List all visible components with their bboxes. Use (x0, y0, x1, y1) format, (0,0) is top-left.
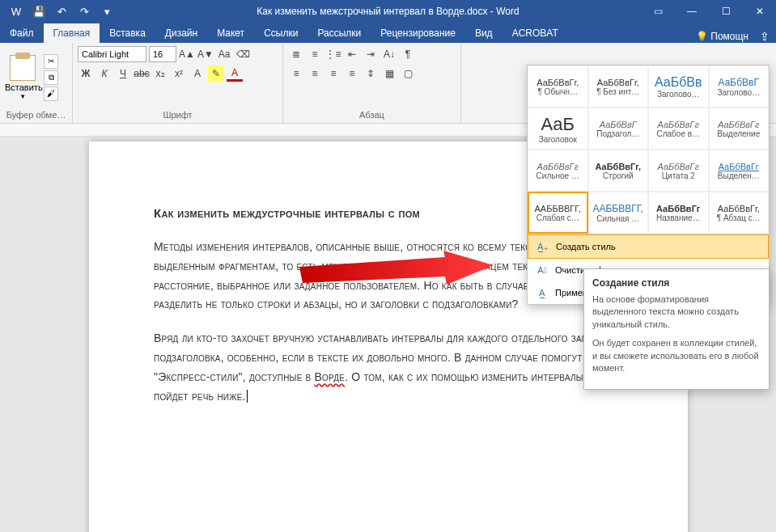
font-color-button[interactable]: A (227, 65, 243, 82)
tab-insert[interactable]: Вставка (100, 23, 155, 43)
cut-button[interactable]: ✂ (44, 54, 58, 69)
tab-home[interactable]: Главная (44, 23, 100, 43)
shading-button[interactable]: ▦ (381, 65, 397, 82)
window-title: Как изменить межстрочный интервал в Ворд… (257, 6, 519, 17)
qat-customize-icon[interactable]: ▾ (97, 2, 117, 21)
style-cell-0[interactable]: АаБбВвГг,¶ Обычн… (528, 65, 588, 108)
quick-access-toolbar: W 💾 ↶ ↷ ▾ (0, 2, 117, 21)
tooltip-title: Создание стиля (592, 277, 761, 289)
tab-refs[interactable]: Ссылки (254, 23, 307, 43)
style-name: Слабое в… (651, 129, 706, 138)
style-sample: АаБбВвГг, (718, 204, 760, 213)
style-cell-7[interactable]: АаБбВвГгВыделение (709, 108, 770, 150)
tab-design[interactable]: Дизайн (155, 23, 207, 43)
change-case-button[interactable]: Aa (216, 46, 232, 62)
tab-acrobat[interactable]: ACROBAT (502, 23, 568, 43)
font-name-input[interactable] (78, 46, 146, 62)
undo-button[interactable]: ↶ (52, 2, 71, 21)
text-cursor (246, 390, 248, 403)
group-clipboard: Вставить ▾ ✂ ⧉ 🖌 Буфер обме… (0, 43, 73, 123)
align-center-button[interactable]: ≡ (307, 65, 323, 82)
ribbon-tabs: Файл Главная Вставка Дизайн Макет Ссылки… (0, 23, 776, 43)
font-group-label: Шрифт (78, 108, 278, 120)
tab-view[interactable]: Вид (465, 23, 502, 43)
window-controls: ▭ — ☐ ✕ (642, 0, 776, 23)
line-spacing-button[interactable]: ⇕ (363, 65, 379, 82)
style-name: ¶ Без инт… (591, 87, 647, 96)
style-name: Подзагол… (591, 129, 647, 138)
underline-button[interactable]: Ч (115, 65, 131, 82)
style-cell-6[interactable]: АаБбВвГгСлабое в… (648, 108, 709, 150)
align-left-button[interactable]: ≡ (288, 65, 304, 82)
word-icon[interactable]: W (6, 2, 26, 21)
save-button[interactable]: 💾 (29, 2, 49, 21)
style-cell-10[interactable]: АаБбВвГгЦитата 2 (648, 150, 709, 192)
style-sample: ААББВВГГ, (535, 204, 581, 213)
style-cell-4[interactable]: АаБЗаголовок (528, 108, 588, 150)
create-style-icon: A̲₊ (536, 240, 549, 253)
strike-button[interactable]: abc (134, 65, 150, 82)
close-button[interactable]: ✕ (744, 0, 776, 23)
indent-button[interactable]: ⇥ (363, 46, 379, 62)
style-name: Выделен… (711, 171, 767, 180)
sort-button[interactable]: A↓ (381, 46, 397, 62)
style-name: Слабая с… (531, 213, 585, 222)
style-sample: АаБбВвГг (718, 120, 759, 129)
style-name: Заголово… (711, 88, 767, 97)
show-marks-button[interactable]: ¶ (400, 46, 416, 62)
style-sample: АаБбВвГг (656, 204, 700, 213)
font-size-input[interactable] (149, 46, 176, 62)
style-cell-11[interactable]: АаБбВвГгВыделен… (709, 150, 770, 192)
tooltip-p2: Он будет сохранен в коллекции стилей, и … (592, 337, 761, 374)
text-effects-button[interactable]: A (189, 65, 206, 82)
numbering-button[interactable]: ≡ (307, 46, 323, 62)
borders-button[interactable]: ▢ (400, 65, 416, 82)
bullets-button[interactable]: ≣ (288, 46, 304, 62)
style-cell-9[interactable]: АаБбВвГг,Строгий (588, 150, 649, 192)
ribbon-options-button[interactable]: ▭ (642, 0, 674, 23)
copy-button[interactable]: ⧉ (44, 70, 58, 85)
style-cell-8[interactable]: АаБбВвГгСильное … (528, 150, 588, 192)
tab-mail[interactable]: Рассылки (307, 23, 371, 43)
share-icon[interactable]: ⇪ (760, 30, 770, 43)
highlight-button[interactable]: ✎ (208, 65, 224, 82)
style-cell-14[interactable]: АаБбВвГгНазвание… (648, 192, 709, 234)
multilevel-button[interactable]: ⋮≡ (325, 46, 341, 62)
style-cell-1[interactable]: АаБбВвГг,¶ Без инт… (588, 65, 649, 108)
group-paragraph: ≣ ≡ ⋮≡ ⇤ ⇥ A↓ ¶ ≡ ≡ ≡ ≡ ⇕ ▦ ▢ Абзац (283, 43, 461, 123)
tab-file[interactable]: Файл (0, 23, 44, 43)
justify-button[interactable]: ≡ (344, 65, 360, 82)
styles-grid: АаБбВвГг,¶ Обычн…АаБбВвГг,¶ Без инт…АаБб… (528, 65, 769, 234)
shrink-font-button[interactable]: A▼ (197, 46, 214, 62)
paste-button[interactable]: Вставить ▾ (5, 55, 40, 100)
redo-button[interactable]: ↷ (74, 2, 94, 21)
maximize-button[interactable]: ☐ (710, 0, 742, 23)
style-sample: АаБбВвГг, (597, 78, 639, 87)
style-cell-2[interactable]: АаБбВвЗаголово… (648, 65, 709, 108)
subscript-button[interactable]: x₂ (152, 65, 168, 82)
tab-review[interactable]: Рецензирование (371, 23, 465, 43)
style-cell-12[interactable]: ААББВВГГ,Слабая с… (528, 192, 588, 234)
dedent-button[interactable]: ⇤ (344, 46, 360, 62)
style-cell-3[interactable]: АаБбВвГЗаголово… (709, 65, 770, 108)
minimize-button[interactable]: — (676, 0, 708, 23)
tell-me[interactable]: 💡 Помощн (696, 31, 748, 42)
style-cell-5[interactable]: АаБбВвГПодзагол… (588, 108, 649, 150)
grow-font-button[interactable]: A▲ (179, 46, 195, 62)
group-font: A▲ A▼ Aa ⌫ Ж К Ч abc x₂ x² A ✎ A Шрифт (73, 43, 283, 123)
style-sample: АаБбВвГг (658, 120, 699, 129)
style-cell-15[interactable]: АаБбВвГг,¶ Абзац с… (709, 192, 770, 234)
style-name: Название… (651, 213, 706, 222)
tab-layout[interactable]: Макет (207, 23, 254, 43)
italic-button[interactable]: К (96, 65, 112, 82)
align-right-button[interactable]: ≡ (325, 65, 341, 82)
clipboard-group-label: Буфер обме… (5, 108, 67, 120)
clear-format-button[interactable]: ⌫ (235, 46, 251, 62)
format-painter-button[interactable]: 🖌 (44, 87, 58, 101)
style-name: Цитата 2 (651, 171, 706, 180)
style-cell-13[interactable]: ААББВВГГ,Сильная … (588, 192, 649, 234)
bold-button[interactable]: Ж (78, 65, 94, 82)
style-name: Строгий (591, 171, 647, 180)
superscript-button[interactable]: x² (171, 65, 187, 82)
create-style-item[interactable]: A̲₊ Создать стиль (528, 234, 769, 259)
